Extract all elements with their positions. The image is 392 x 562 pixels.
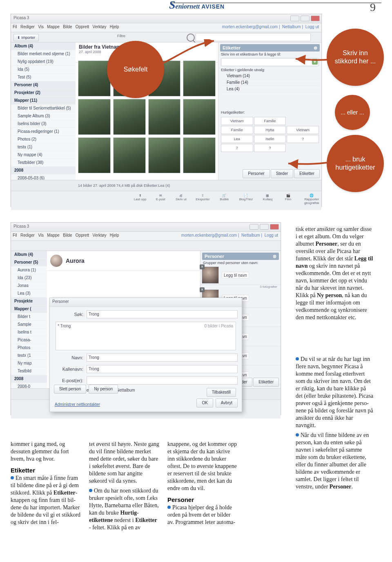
cancel-button[interactable]: Avbryt bbox=[216, 399, 238, 408]
remove-icon[interactable]: × bbox=[200, 287, 205, 292]
menu-item[interactable]: Vis bbox=[38, 233, 44, 237]
menu-item[interactable]: Mappe bbox=[47, 25, 60, 29]
sidebar-item[interactable]: 2008-0 bbox=[11, 383, 47, 388]
action-blog[interactable]: 📄BlogThis! bbox=[238, 194, 254, 205]
sidebar-item[interactable]: Iselins t bbox=[11, 329, 47, 336]
sidebar-item[interactable]: Testbild bbox=[11, 367, 47, 375]
import-button[interactable]: ⬇ Importer bbox=[13, 34, 39, 41]
sidebar-item[interactable]: Sample Album (3) bbox=[11, 112, 76, 120]
sidebar-item[interactable]: testx (1 bbox=[11, 352, 47, 360]
sidebar-item[interactable]: Ny mappe (4) bbox=[11, 151, 76, 159]
sidebar-item[interactable]: Personer (5) bbox=[11, 259, 47, 266]
sidebar-item[interactable]: Testbilder (38) bbox=[11, 159, 76, 167]
sidebar-item[interactable]: testx (1) bbox=[11, 143, 76, 151]
thumbnail[interactable] bbox=[78, 99, 111, 135]
thumbnail[interactable] bbox=[113, 99, 146, 135]
quick-tag[interactable]: ? bbox=[254, 144, 286, 152]
sidebar-item[interactable]: Photos bbox=[11, 344, 47, 352]
face-thumb[interactable]: × bbox=[202, 266, 219, 284]
plus-icon[interactable]: + bbox=[312, 59, 318, 65]
ok-button[interactable]: OK bbox=[196, 399, 213, 408]
email-field[interactable] bbox=[87, 376, 238, 385]
sidebar-item[interactable]: 2008-05-03 (6) bbox=[11, 175, 76, 180]
sidebar-item[interactable]: Jonas bbox=[11, 282, 47, 290]
quick-tag[interactable]: Lea bbox=[221, 135, 253, 143]
admin-contacts-link[interactable]: Administrer nettkontakter bbox=[55, 402, 100, 407]
sidebar-item[interactable]: Aurora (1) bbox=[11, 266, 47, 274]
action-movie[interactable]: 🎬Film bbox=[282, 194, 295, 205]
menu-item[interactable]: Vis bbox=[38, 25, 44, 29]
menu-item[interactable]: Fil bbox=[13, 25, 17, 29]
menu-item[interactable]: Hjelp bbox=[110, 25, 119, 29]
search-field[interactable]: Trong bbox=[87, 310, 238, 318]
action-upload[interactable]: ⬆Last opp bbox=[134, 194, 147, 205]
sidebar-item[interactable]: Iselins bilder (3) bbox=[11, 120, 76, 128]
panel-tab-tags[interactable]: Etiketter bbox=[253, 378, 279, 387]
sidebar-item[interactable]: Ny map bbox=[11, 360, 47, 367]
result-list[interactable]: * Trong 0 bilder i Picasa bbox=[56, 322, 236, 350]
sidebar-item[interactable]: Prosjekter (2) bbox=[11, 89, 76, 97]
nickname-field[interactable]: Trong bbox=[87, 365, 238, 373]
quick-tag[interactable]: Familie bbox=[221, 126, 253, 134]
minimize-button[interactable] bbox=[249, 224, 258, 230]
thumbnail[interactable] bbox=[183, 137, 216, 173]
thumbnail[interactable] bbox=[113, 137, 146, 173]
action-geo[interactable]: 🌐Rapporter geografisk bbox=[302, 194, 321, 205]
sidebar-item[interactable]: Bilder t bbox=[11, 313, 47, 321]
thumbnail[interactable] bbox=[78, 137, 111, 173]
action-export[interactable]: ⇪Eksporter bbox=[195, 194, 211, 205]
quick-tag[interactable]: ? bbox=[287, 135, 319, 143]
tag-item[interactable]: Familie (14) bbox=[221, 79, 319, 86]
result-item[interactable]: * Trong bbox=[58, 324, 71, 328]
thumbnail[interactable] bbox=[148, 137, 181, 173]
menu-item[interactable]: Verktøy bbox=[93, 25, 107, 29]
quick-tag[interactable]: Vietnam bbox=[221, 117, 253, 125]
menu-item[interactable]: Bilde bbox=[63, 233, 72, 237]
quick-tag[interactable]: ? bbox=[221, 144, 253, 152]
thumbnail[interactable] bbox=[183, 99, 216, 135]
sidebar-item[interactable]: Album (4) bbox=[11, 43, 76, 50]
sidebar-item[interactable]: Bilder til Seniornettartikkel (5) bbox=[11, 105, 76, 112]
reset-button[interactable]: Tilbakestill bbox=[207, 388, 236, 397]
name-field[interactable]: Trong bbox=[87, 354, 238, 362]
menu-item[interactable]: Opprett bbox=[76, 25, 89, 29]
sidebar-item[interactable]: 2008 bbox=[11, 375, 47, 383]
maximize-button[interactable] bbox=[260, 224, 269, 230]
action-print[interactable]: 🖨Skriv ut bbox=[174, 194, 187, 205]
action-collage[interactable]: ▦Kollasj bbox=[261, 194, 274, 205]
menu-item[interactable]: Bilde bbox=[63, 25, 72, 29]
menu-item[interactable]: Mappe bbox=[47, 233, 60, 237]
sidebar-item[interactable]: Bilder merket med stjerne (1) bbox=[11, 50, 76, 58]
menu-item[interactable]: Rediger bbox=[20, 25, 35, 29]
sidebar-item[interactable]: Ida (5) bbox=[11, 66, 76, 74]
tag-item[interactable]: Lea (4) bbox=[221, 86, 319, 92]
sidebar-item[interactable]: Picasa-redigeringer (1) bbox=[11, 128, 76, 136]
menu-item[interactable]: Hjelp bbox=[110, 233, 119, 237]
menu-item[interactable]: Verktøy bbox=[93, 233, 107, 237]
quick-tag[interactable]: Familie bbox=[254, 117, 286, 125]
sidebar-item[interactable]: Picasa- bbox=[11, 336, 47, 344]
sidebar-item[interactable]: 2008 bbox=[11, 167, 76, 175]
panel-tab-people[interactable]: Personer bbox=[243, 169, 270, 178]
sidebar-item[interactable]: Prosjekte bbox=[11, 298, 47, 305]
logout-link[interactable]: Logg ut bbox=[305, 25, 319, 29]
sidebar-item[interactable]: Lea (3) bbox=[11, 290, 47, 298]
maximize-button[interactable] bbox=[301, 16, 310, 21]
tag-item[interactable]: Vietnam (14) bbox=[221, 73, 319, 79]
delete-person-button[interactable]: Slett person bbox=[54, 385, 86, 394]
new-person-button[interactable]: Ny person bbox=[89, 385, 118, 394]
panel-tab-tags[interactable]: Etiketter bbox=[294, 169, 320, 178]
quick-tag[interactable]: Iselin bbox=[254, 135, 286, 143]
netalbum-link[interactable]: Nettalbum bbox=[282, 25, 301, 29]
thumbnail[interactable] bbox=[183, 60, 216, 96]
quick-tag[interactable]: Vietnam bbox=[287, 126, 319, 134]
sidebar-item[interactable]: Mapper (11) bbox=[11, 97, 76, 105]
thumbnail[interactable] bbox=[148, 99, 181, 135]
menu-item[interactable]: Fil bbox=[13, 233, 17, 237]
search-input[interactable] bbox=[196, 33, 311, 41]
sidebar-item[interactable]: Nylig oppdatert (19) bbox=[11, 58, 76, 66]
thumbnail[interactable] bbox=[78, 60, 111, 96]
sidebar-item[interactable]: Test (5) bbox=[11, 74, 76, 81]
sidebar-item[interactable]: Ida (23) bbox=[11, 274, 47, 282]
sidebar-item[interactable]: Album (4) bbox=[11, 251, 47, 259]
